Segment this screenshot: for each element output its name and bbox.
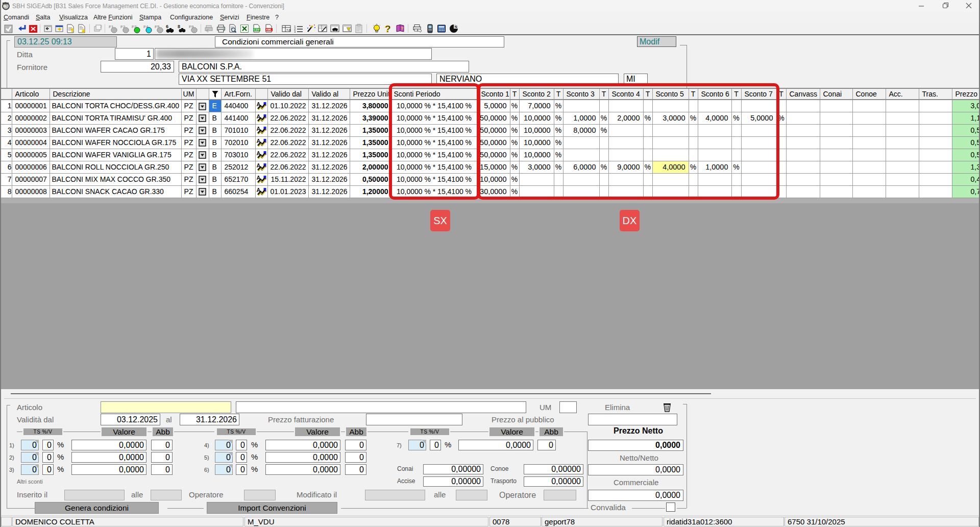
svg-text:N: N	[455, 25, 457, 29]
svg-text:CSV: CSV	[254, 28, 260, 31]
svg-text:?: ?	[385, 23, 391, 34]
svg-text:?: ?	[401, 26, 404, 31]
svg-text:8: 8	[178, 24, 180, 29]
svg-text:XML: XML	[266, 28, 272, 31]
svg-text:2: 2	[100, 25, 102, 29]
svg-text:+a: +a	[286, 28, 291, 32]
svg-text:3: 3	[294, 30, 296, 33]
svg-text:€: €	[206, 28, 209, 33]
svg-text:6: 6	[166, 24, 168, 29]
